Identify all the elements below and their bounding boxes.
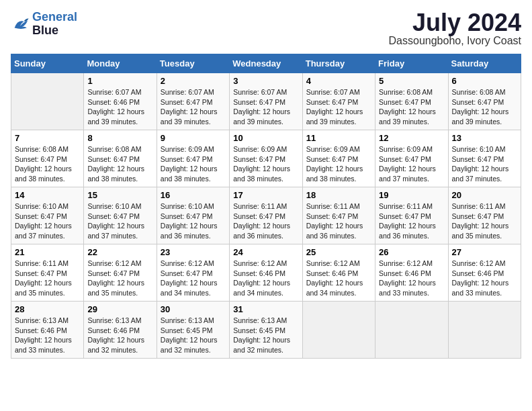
calendar-cell: 8Sunrise: 6:08 AM Sunset: 6:47 PM Daylig… — [84, 130, 157, 187]
day-info: Sunrise: 6:08 AM Sunset: 6:47 PM Dayligh… — [15, 144, 80, 184]
day-info: Sunrise: 6:07 AM Sunset: 6:46 PM Dayligh… — [87, 87, 152, 127]
logo-icon — [11, 15, 30, 34]
day-info: Sunrise: 6:13 AM Sunset: 6:46 PM Dayligh… — [87, 316, 152, 355]
subtitle: Dassoungboho, Ivory Coast — [389, 35, 521, 47]
day-number: 5 — [379, 76, 444, 86]
logo-text: GeneralBlue — [32, 11, 77, 38]
calendar-cell: 29Sunrise: 6:13 AM Sunset: 6:46 PM Dayli… — [84, 302, 157, 359]
day-number: 7 — [15, 133, 80, 143]
day-number: 11 — [306, 133, 371, 143]
day-number: 31 — [233, 304, 298, 314]
calendar-cell: 10Sunrise: 6:09 AM Sunset: 6:47 PM Dayli… — [230, 130, 302, 187]
day-number: 27 — [452, 247, 517, 257]
title-block: July 2024 Dassoungboho, Ivory Coast — [389, 11, 521, 47]
calendar-cell — [375, 302, 448, 359]
day-info: Sunrise: 6:10 AM Sunset: 6:47 PM Dayligh… — [15, 201, 80, 241]
day-number: 1 — [87, 76, 152, 86]
week-row: 1Sunrise: 6:07 AM Sunset: 6:46 PM Daylig… — [11, 73, 521, 130]
day-number: 8 — [87, 133, 152, 143]
week-row: 21Sunrise: 6:11 AM Sunset: 6:47 PM Dayli… — [11, 244, 521, 302]
day-number: 2 — [161, 76, 226, 86]
calendar-cell: 27Sunrise: 6:12 AM Sunset: 6:46 PM Dayli… — [448, 244, 521, 302]
main-title: July 2024 — [389, 11, 521, 35]
calendar-cell: 11Sunrise: 6:09 AM Sunset: 6:47 PM Dayli… — [302, 130, 375, 187]
day-info: Sunrise: 6:11 AM Sunset: 6:47 PM Dayligh… — [233, 201, 298, 241]
day-info: Sunrise: 6:07 AM Sunset: 6:47 PM Dayligh… — [161, 87, 226, 127]
day-of-week-header: Thursday — [302, 54, 375, 73]
day-number: 10 — [233, 133, 298, 143]
day-info: Sunrise: 6:09 AM Sunset: 6:47 PM Dayligh… — [379, 144, 444, 184]
calendar-cell — [448, 302, 521, 359]
calendar-cell: 4Sunrise: 6:07 AM Sunset: 6:47 PM Daylig… — [302, 73, 375, 130]
week-row: 28Sunrise: 6:13 AM Sunset: 6:46 PM Dayli… — [11, 302, 521, 359]
day-info: Sunrise: 6:12 AM Sunset: 6:46 PM Dayligh… — [306, 259, 371, 298]
calendar-cell: 2Sunrise: 6:07 AM Sunset: 6:47 PM Daylig… — [157, 73, 229, 130]
calendar-cell: 17Sunrise: 6:11 AM Sunset: 6:47 PM Dayli… — [230, 187, 302, 244]
day-info: Sunrise: 6:12 AM Sunset: 6:46 PM Dayligh… — [233, 259, 298, 298]
day-info: Sunrise: 6:09 AM Sunset: 6:47 PM Dayligh… — [233, 144, 298, 184]
day-info: Sunrise: 6:07 AM Sunset: 6:47 PM Dayligh… — [233, 87, 298, 127]
day-info: Sunrise: 6:13 AM Sunset: 6:45 PM Dayligh… — [233, 316, 298, 355]
calendar-cell: 20Sunrise: 6:11 AM Sunset: 6:47 PM Dayli… — [448, 187, 521, 244]
calendar-table: SundayMondayTuesdayWednesdayThursdayFrid… — [11, 54, 521, 359]
day-info: Sunrise: 6:10 AM Sunset: 6:47 PM Dayligh… — [452, 144, 517, 184]
calendar-cell — [11, 73, 84, 130]
calendar-cell: 6Sunrise: 6:08 AM Sunset: 6:47 PM Daylig… — [448, 73, 521, 130]
calendar-cell: 13Sunrise: 6:10 AM Sunset: 6:47 PM Dayli… — [448, 130, 521, 187]
day-info: Sunrise: 6:11 AM Sunset: 6:47 PM Dayligh… — [452, 201, 517, 241]
calendar-cell: 16Sunrise: 6:10 AM Sunset: 6:47 PM Dayli… — [157, 187, 229, 244]
day-info: Sunrise: 6:10 AM Sunset: 6:47 PM Dayligh… — [87, 201, 152, 241]
calendar-cell — [302, 302, 375, 359]
calendar-cell: 21Sunrise: 6:11 AM Sunset: 6:47 PM Dayli… — [11, 244, 84, 302]
day-number: 17 — [233, 190, 298, 200]
calendar-cell: 23Sunrise: 6:12 AM Sunset: 6:47 PM Dayli… — [157, 244, 229, 302]
day-info: Sunrise: 6:13 AM Sunset: 6:45 PM Dayligh… — [161, 316, 226, 355]
day-number: 4 — [306, 76, 371, 86]
day-info: Sunrise: 6:11 AM Sunset: 6:47 PM Dayligh… — [15, 259, 80, 298]
calendar-cell: 1Sunrise: 6:07 AM Sunset: 6:46 PM Daylig… — [84, 73, 157, 130]
day-info: Sunrise: 6:09 AM Sunset: 6:47 PM Dayligh… — [306, 144, 371, 184]
day-number: 24 — [233, 247, 298, 257]
calendar-cell: 24Sunrise: 6:12 AM Sunset: 6:46 PM Dayli… — [230, 244, 302, 302]
day-number: 26 — [379, 247, 444, 257]
day-number: 18 — [306, 190, 371, 200]
calendar-cell: 3Sunrise: 6:07 AM Sunset: 6:47 PM Daylig… — [230, 73, 302, 130]
day-info: Sunrise: 6:12 AM Sunset: 6:47 PM Dayligh… — [87, 259, 152, 298]
day-number: 13 — [452, 133, 517, 143]
calendar-cell: 30Sunrise: 6:13 AM Sunset: 6:45 PM Dayli… — [157, 302, 229, 359]
calendar-cell: 12Sunrise: 6:09 AM Sunset: 6:47 PM Dayli… — [375, 130, 448, 187]
day-info: Sunrise: 6:09 AM Sunset: 6:47 PM Dayligh… — [161, 144, 226, 184]
day-info: Sunrise: 6:11 AM Sunset: 6:47 PM Dayligh… — [306, 201, 371, 241]
day-of-week-header: Tuesday — [157, 54, 229, 73]
day-number: 14 — [15, 190, 80, 200]
day-number: 3 — [233, 76, 298, 86]
day-info: Sunrise: 6:13 AM Sunset: 6:46 PM Dayligh… — [15, 316, 80, 355]
calendar-cell: 5Sunrise: 6:08 AM Sunset: 6:47 PM Daylig… — [375, 73, 448, 130]
calendar-cell: 26Sunrise: 6:12 AM Sunset: 6:46 PM Dayli… — [375, 244, 448, 302]
calendar-cell: 9Sunrise: 6:09 AM Sunset: 6:47 PM Daylig… — [157, 130, 229, 187]
day-number: 22 — [87, 247, 152, 257]
calendar-cell: 7Sunrise: 6:08 AM Sunset: 6:47 PM Daylig… — [11, 130, 84, 187]
calendar-cell: 31Sunrise: 6:13 AM Sunset: 6:45 PM Dayli… — [230, 302, 302, 359]
calendar-cell: 14Sunrise: 6:10 AM Sunset: 6:47 PM Dayli… — [11, 187, 84, 244]
day-info: Sunrise: 6:08 AM Sunset: 6:47 PM Dayligh… — [379, 87, 444, 127]
day-of-week-header: Wednesday — [230, 54, 302, 73]
day-info: Sunrise: 6:10 AM Sunset: 6:47 PM Dayligh… — [161, 201, 226, 241]
day-info: Sunrise: 6:12 AM Sunset: 6:46 PM Dayligh… — [452, 259, 517, 298]
day-number: 20 — [452, 190, 517, 200]
day-info: Sunrise: 6:12 AM Sunset: 6:47 PM Dayligh… — [161, 259, 226, 298]
day-number: 21 — [15, 247, 80, 257]
day-number: 12 — [379, 133, 444, 143]
day-number: 30 — [161, 304, 226, 314]
day-number: 28 — [15, 304, 80, 314]
day-info: Sunrise: 6:07 AM Sunset: 6:47 PM Dayligh… — [306, 87, 371, 127]
logo: GeneralBlue — [11, 11, 77, 38]
calendar-cell: 22Sunrise: 6:12 AM Sunset: 6:47 PM Dayli… — [84, 244, 157, 302]
day-number: 29 — [87, 304, 152, 314]
day-number: 23 — [161, 247, 226, 257]
day-number: 16 — [161, 190, 226, 200]
day-number: 15 — [87, 190, 152, 200]
day-info: Sunrise: 6:11 AM Sunset: 6:47 PM Dayligh… — [379, 201, 444, 241]
page-header: GeneralBlue July 2024 Dassoungboho, Ivor… — [11, 11, 521, 47]
week-row: 14Sunrise: 6:10 AM Sunset: 6:47 PM Dayli… — [11, 187, 521, 244]
